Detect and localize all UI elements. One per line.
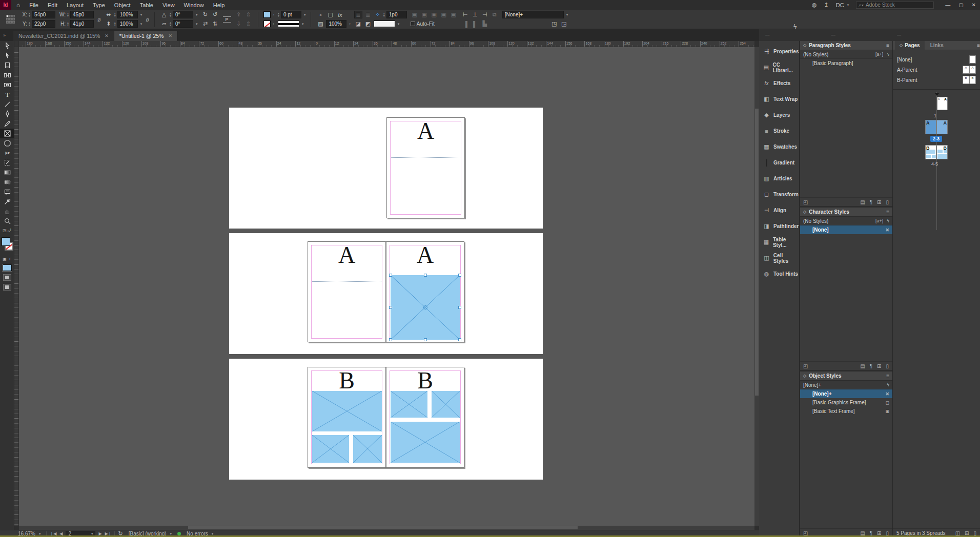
- document-canvas[interactable]: A A A: [19, 47, 754, 526]
- page-thumbnail[interactable]: AA: [937, 97, 948, 110]
- menu-layout[interactable]: Layout: [62, 0, 88, 10]
- style-row[interactable]: [Basic Paragraph]: [800, 59, 892, 68]
- corner-shape-icon[interactable]: ▢: [326, 11, 334, 18]
- fill-swatch[interactable]: [2, 237, 10, 246]
- horizontal-ruler[interactable]: 1801681561441321201089684726048362412012…: [14, 41, 754, 47]
- close-icon[interactable]: ✕: [972, 2, 976, 8]
- collapse-icon[interactable]: ◇: [803, 210, 806, 214]
- master-none[interactable]: [None]: [893, 54, 980, 65]
- justify-top-icon[interactable]: ▐: [461, 20, 469, 28]
- corner-options-icon[interactable]: ▫: [316, 11, 324, 18]
- shadow-options-icon[interactable]: ◩: [364, 20, 372, 28]
- gradient-feather-tool[interactable]: [0, 177, 14, 187]
- dock-item-effects[interactable]: fxEffects: [759, 75, 799, 91]
- master-bparent[interactable]: B-ParentBB: [893, 75, 980, 85]
- folder-icon[interactable]: ▤: [860, 199, 865, 205]
- panel-header[interactable]: ◇Character Styles≡: [800, 208, 892, 217]
- page-thumbnail[interactable]: B: [936, 145, 948, 159]
- graphics-frame[interactable]: [391, 391, 427, 418]
- document-tab[interactable]: Newsletter_CC2021.indd @ 115%✕: [13, 31, 114, 41]
- x-position-field[interactable]: 54p0: [32, 11, 55, 18]
- spread-thumb-4-5[interactable]: BB: [925, 145, 948, 159]
- resize-handle[interactable]: [389, 338, 392, 341]
- drop-shadow-icon[interactable]: ◪: [354, 20, 362, 28]
- opacity-icon[interactable]: ▨: [316, 20, 324, 28]
- stroke-type-dropdown[interactable]: [278, 20, 299, 27]
- dock-item-gradient[interactable]: Gradient: [759, 155, 799, 171]
- graphics-frame[interactable]: [353, 435, 382, 463]
- resize-handle[interactable]: [458, 338, 461, 341]
- type-tool[interactable]: T: [0, 90, 14, 99]
- gradient-swatch-tool[interactable]: [0, 168, 14, 177]
- page-4[interactable]: B: [308, 367, 386, 468]
- horizontal-scrollbar[interactable]: [19, 526, 754, 530]
- align-left-icon[interactable]: ⊢: [461, 11, 469, 18]
- constrain-scale-icon[interactable]: ø: [146, 16, 149, 23]
- expand-icon[interactable]: ◰: [803, 530, 808, 536]
- close-tab-icon[interactable]: ✕: [168, 33, 172, 38]
- quick-apply-icon[interactable]: ϟ: [887, 218, 889, 223]
- delete-page-icon[interactable]: ▯: [973, 530, 976, 536]
- selected-graphics-frame[interactable]: [391, 275, 460, 340]
- new-page-icon[interactable]: ⊞: [965, 530, 969, 536]
- style-override-icon[interactable]: ◳: [550, 20, 558, 28]
- learn-icon[interactable]: ◍: [812, 2, 817, 8]
- effects-icon[interactable]: fx: [336, 11, 344, 18]
- fill-color-swatch[interactable]: [263, 11, 271, 18]
- scissors-tool[interactable]: ✂: [0, 148, 14, 158]
- menu-file[interactable]: File: [25, 0, 43, 10]
- dock-item-table-styl-[interactable]: ▦Table Styl...: [759, 234, 799, 250]
- panel-menu-icon[interactable]: ≡: [977, 43, 980, 48]
- page-3[interactable]: A: [386, 241, 464, 342]
- style-row[interactable]: [None]+✕: [800, 389, 892, 398]
- pencil-tool[interactable]: [0, 119, 14, 129]
- collapse-icon[interactable]: ◇: [803, 374, 806, 378]
- share-icon[interactable]: ↥: [824, 2, 829, 8]
- hand-tool[interactable]: [0, 206, 14, 216]
- shear-angle-field[interactable]: 0°: [173, 20, 193, 28]
- restore-icon[interactable]: ▢: [958, 2, 963, 8]
- auto-fit-checkbox[interactable]: [411, 22, 415, 26]
- panel-menu-icon[interactable]: ≡: [886, 373, 889, 379]
- object-style-dropdown[interactable]: [None]+: [502, 11, 564, 18]
- zoom-tool[interactable]: [0, 216, 14, 226]
- dock-item-swatches[interactable]: ▦Swatches: [759, 139, 799, 155]
- stroke-weight-field[interactable]: 0 pt: [281, 11, 301, 18]
- justify-bottom-icon[interactable]: ▙: [481, 20, 489, 28]
- workspace-switcher[interactable]: DC▾: [836, 2, 849, 8]
- scale-y-field[interactable]: 100%: [117, 20, 138, 28]
- view-options-icon[interactable]: [3, 274, 11, 281]
- dock-item-pathfinder[interactable]: ◨Pathfinder: [759, 218, 799, 234]
- apply-color-button[interactable]: [3, 264, 12, 271]
- resize-handle[interactable]: [424, 274, 427, 277]
- document-tab[interactable]: *Untitled-1 @ 25%✕: [114, 31, 178, 41]
- clear-overrides-icon[interactable]: ◲: [560, 20, 568, 28]
- pen-tool[interactable]: [0, 109, 14, 119]
- direct-selection-tool[interactable]: [0, 51, 14, 60]
- align-center-icon[interactable]: ⊥: [471, 11, 479, 18]
- screen-mode-icon[interactable]: [3, 284, 11, 291]
- page-tool[interactable]: [0, 60, 14, 70]
- width-field[interactable]: 45p0: [70, 11, 94, 18]
- justify-center-icon[interactable]: ▌: [471, 20, 479, 28]
- flip-horizontal-icon[interactable]: ⇄: [201, 20, 210, 28]
- style-quick-row[interactable]: (No Styles)[a+]ϟ: [800, 217, 892, 225]
- menu-object[interactable]: Object: [110, 0, 135, 10]
- menu-help[interactable]: Help: [209, 0, 230, 10]
- tools-expand-icon[interactable]: »: [0, 33, 13, 41]
- page-5[interactable]: B: [386, 367, 464, 468]
- tab-pages[interactable]: ◇Pages: [895, 41, 925, 50]
- height-field[interactable]: 41p0: [70, 20, 94, 28]
- dock-item-tool-hints[interactable]: ◍Tool Hints: [759, 266, 799, 282]
- dock-item-stroke[interactable]: ≡Stroke: [759, 123, 799, 139]
- collapse-icon[interactable]: ◇: [803, 43, 806, 48]
- graphics-frame[interactable]: [312, 435, 349, 463]
- delete-style-icon[interactable]: ▯: [886, 363, 889, 369]
- panel-header[interactable]: ◇Object Styles≡: [800, 371, 892, 381]
- quick-apply-icon[interactable]: ϟ: [887, 382, 889, 387]
- content-grabber-icon[interactable]: [423, 305, 427, 309]
- y-position-field[interactable]: 22p0: [32, 20, 55, 28]
- style-quick-row[interactable]: (No Styles)[a+]ϟ: [800, 50, 892, 59]
- free-transform-tool[interactable]: [0, 158, 14, 168]
- style-row[interactable]: [None]✕: [800, 225, 892, 234]
